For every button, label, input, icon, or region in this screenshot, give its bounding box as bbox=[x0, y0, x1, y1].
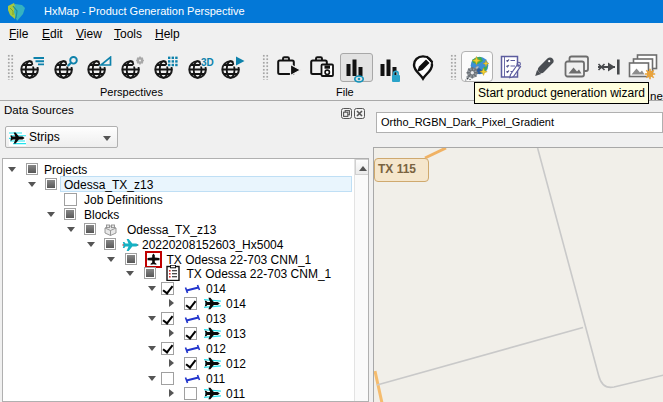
svg-text:3D: 3D bbox=[201, 57, 214, 68]
